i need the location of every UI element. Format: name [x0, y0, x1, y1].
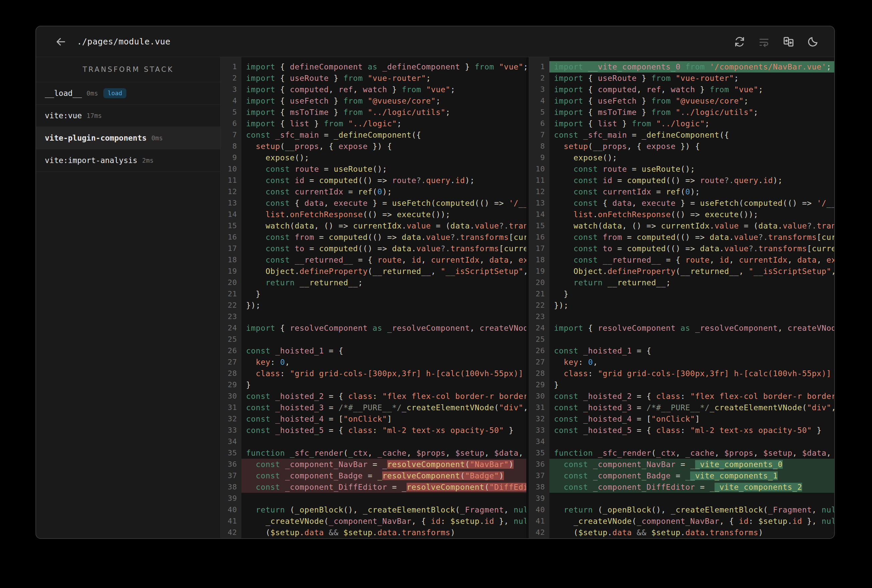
line-number: 14	[529, 209, 549, 220]
back-button[interactable]	[54, 35, 68, 48]
line-number: 40	[221, 504, 241, 516]
side-by-side-toggle[interactable]	[782, 35, 795, 48]
line-number: 9	[221, 152, 241, 164]
line-content: return __returned__;	[549, 277, 834, 288]
line-content: setup(__props, { expose }) {	[549, 141, 834, 152]
code-line: 8 setup(__props, { expose }) {	[529, 141, 834, 152]
line-number: 21	[529, 288, 549, 300]
line-number: 33	[221, 424, 241, 436]
transform-stack-item--load-[interactable]: __load__0msload	[36, 82, 220, 105]
line-number: 24	[221, 322, 241, 334]
line-number: 15	[221, 220, 241, 231]
transform-stack-item-vite-plugin-components[interactable]: vite-plugin-components0ms	[36, 127, 220, 149]
line-number: 5	[529, 106, 549, 118]
code-line: 14 list.onFetchResponse(() => execute())…	[221, 209, 526, 220]
transform-stack-item-vite-import-analysis[interactable]: vite:import-analysis2ms	[36, 149, 220, 172]
code-line: 28 class: "grid grid-cols-[300px,3fr] h-…	[221, 368, 526, 379]
code-line: 23	[221, 311, 526, 322]
code-line: 6import { list } from "../logic";	[529, 118, 834, 129]
line-content: }	[549, 379, 834, 390]
code-line: 13 const { data, execute } = useFetch(co…	[221, 198, 526, 209]
line-content: const __returned__ = { route, id, curren…	[241, 254, 526, 266]
line-content	[549, 311, 834, 322]
line-number: 38	[221, 482, 241, 493]
line-content: import { list } from "../logic";	[549, 118, 834, 129]
line-number: 36	[221, 459, 241, 470]
line-content: import { useFetch } from "@vueuse/core";	[241, 95, 526, 106]
line-content: watch(data, () => currentIdx.value = (da…	[241, 220, 526, 231]
line-content: const __returned__ = { route, id, curren…	[549, 254, 834, 266]
line-number: 32	[529, 413, 549, 424]
code-line: 42 ($setup.data && $setup.data.transform…	[221, 527, 526, 538]
line-number: 25	[221, 334, 241, 345]
transform-stack-list: __load__0msloadvite:vue17msvite-plugin-c…	[36, 82, 220, 172]
line-content: import { computed, ref, watch } from "vu…	[241, 84, 526, 95]
code-line: 38 const _component_DiffEditor = _resolv…	[221, 482, 526, 493]
code-line: 42 ($setup.data && $setup.data.transform…	[529, 527, 834, 538]
code-line: 39	[221, 493, 526, 504]
line-number: 3	[221, 84, 241, 95]
line-number: 28	[529, 368, 549, 379]
code-line: 29}	[529, 379, 834, 390]
code-line: 1import { defineComponent as _defineComp…	[221, 61, 526, 72]
line-content: import { useRoute } from "vue-router";	[549, 72, 834, 84]
line-content: const _component_Badge = __vite_componen…	[549, 470, 834, 482]
line-number: 17	[221, 243, 241, 254]
line-number: 11	[221, 175, 241, 186]
code-line: 36 const _component_NavBar = _resolveCom…	[221, 459, 526, 470]
code-line: 22});	[221, 300, 526, 311]
transform-stack-item-vite-vue[interactable]: vite:vue17ms	[36, 105, 220, 127]
line-number: 16	[221, 231, 241, 243]
code-line: 5import { msToTime } from "../logic/util…	[529, 106, 834, 118]
line-number: 20	[221, 277, 241, 288]
code-line: 9 expose();	[221, 152, 526, 164]
line-number: 35	[529, 447, 549, 459]
line-number: 13	[221, 198, 241, 209]
line-wrap-toggle[interactable]	[757, 35, 771, 48]
line-content: Object.defineProperty(__returned__, "__i…	[241, 266, 526, 277]
code-panel-after[interactable]: 1import __vite_components_0 from '/compo…	[529, 57, 834, 538]
plugin-time: 17ms	[87, 112, 102, 119]
line-content: const _hoisted_3 = /*#__PURE__*/_createE…	[241, 402, 526, 413]
line-content: list.onFetchResponse(() => execute());	[549, 209, 834, 220]
arrow-left-icon	[55, 36, 67, 48]
line-number: 42	[529, 527, 549, 538]
code-line: 5import { msToTime } from "../logic/util…	[221, 106, 526, 118]
code-line: 33const _hoisted_5 = { class: "ml-2 text…	[221, 424, 526, 436]
dark-mode-toggle[interactable]	[806, 35, 819, 48]
plugin-time: 0ms	[152, 134, 163, 142]
line-content: const _hoisted_4 = ["onClick"]	[241, 413, 526, 424]
line-content: ($setup.data && $setup.data.transforms)	[549, 527, 834, 538]
refresh-icon	[734, 36, 746, 48]
code-panel-before[interactable]: 1import { defineComponent as _defineComp…	[221, 57, 529, 538]
line-content: key: 0,	[241, 357, 526, 368]
code-line: 27 key: 0,	[221, 357, 526, 368]
line-number: 39	[221, 493, 241, 504]
line-number: 29	[221, 379, 241, 390]
line-number: 10	[529, 164, 549, 175]
code-line: 6import { list } from "../logic";	[221, 118, 526, 129]
code-line: 26const _hoisted_1 = {	[529, 345, 834, 357]
line-number: 8	[221, 141, 241, 152]
code-line: 21 }	[221, 288, 526, 300]
line-number: 36	[529, 459, 549, 470]
code-line: 31const _hoisted_3 = /*#__PURE__*/_creat…	[221, 402, 526, 413]
line-number: 18	[529, 254, 549, 266]
code-line: 18 const __returned__ = { route, id, cur…	[221, 254, 526, 266]
line-content: ($setup.data && $setup.data.transforms)	[241, 527, 526, 538]
code-line: 34	[221, 436, 526, 447]
line-content: const _sfc_main = _defineComponent({	[549, 129, 834, 141]
line-content	[241, 334, 526, 345]
code-line: 2import { useRoute } from "vue-router";	[221, 72, 526, 84]
code-line: 27 key: 0,	[529, 357, 834, 368]
code-line: 15 watch(data, () => currentIdx.value = …	[221, 220, 526, 231]
line-content	[241, 493, 526, 504]
line-content: const from = computed(() => data.value?.…	[549, 231, 834, 243]
refresh-button[interactable]	[733, 35, 746, 48]
code-line: 36 const _component_NavBar = __vite_comp…	[529, 459, 834, 470]
line-content: _createVNode(_component_NavBar, { id: $s…	[549, 516, 834, 527]
line-number: 7	[221, 129, 241, 141]
line-content: import { defineComponent as _defineCompo…	[241, 61, 526, 72]
code-line: 3import { computed, ref, watch } from "v…	[529, 84, 834, 95]
code-line: 25	[221, 334, 526, 345]
